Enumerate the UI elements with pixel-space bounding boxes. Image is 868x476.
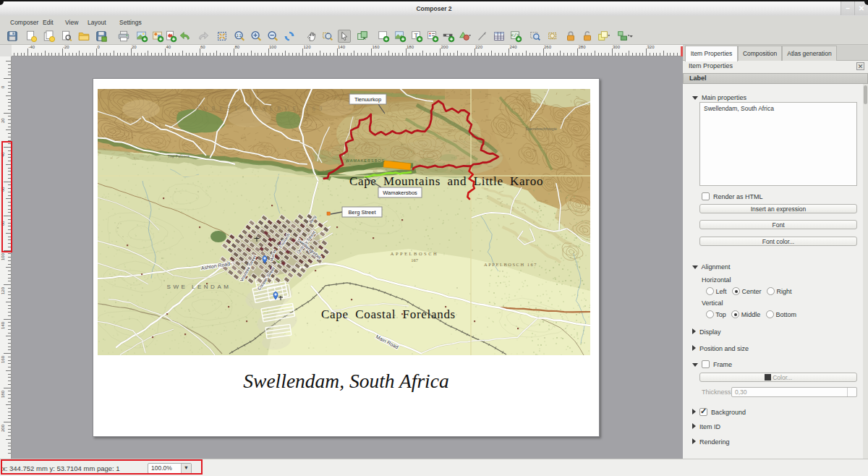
- svg-text:SWE LENDAM: SWE LENDAM: [167, 284, 231, 290]
- svg-text:The Falcons: The Falcons: [168, 154, 190, 158]
- svg-text:Cape Coastal Forelands: Cape Coastal Forelands: [321, 307, 456, 321]
- svg-text:Wamakersbos: Wamakersbos: [383, 190, 417, 196]
- svg-text:WAMAKERSBOS: WAMAKERSBOS: [346, 158, 386, 163]
- svg-text:1:1: 1:1: [237, 34, 242, 38]
- svg-text:Berg Street: Berg Street: [349, 209, 377, 216]
- svg-text:167: 167: [411, 258, 419, 263]
- svg-text:Sparreboschhoogte: Sparreboschhoogte: [525, 127, 557, 131]
- svg-text:APPELBOSCH: APPELBOSCH: [391, 251, 439, 256]
- svg-text:Tienuurkop: Tienuurkop: [354, 96, 381, 103]
- svg-text:APPELBOSCH 167: APPELBOSCH 167: [484, 262, 537, 267]
- svg-text:FOREST RESERVE 169: FOREST RESERVE 169: [196, 106, 326, 112]
